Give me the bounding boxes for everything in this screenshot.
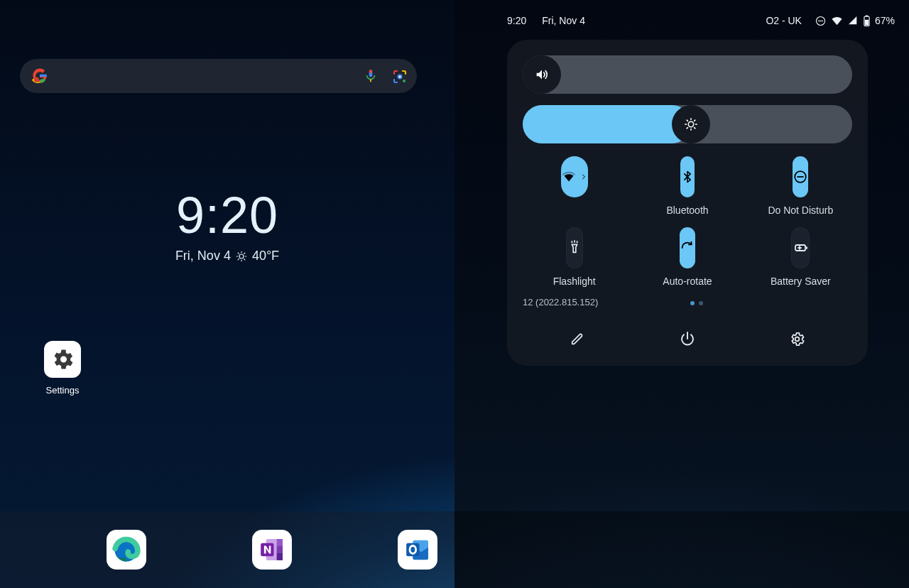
google-search-bar[interactable] [20,59,417,93]
clock-widget[interactable]: 9:20 Fri, Nov 4 40°F [0,186,454,263]
dnd-status-icon [815,15,827,27]
voice-search-icon[interactable] [363,68,379,84]
svg-point-3 [403,80,405,82]
battery-status-icon [863,15,871,27]
android-version: 12 (2022.815.152) [523,297,598,307]
qs-tile-label-autorotate: Auto-rotate [663,276,712,288]
quick-settings-screen: 9:20 Fri, Nov 4 O2 - UK 67% [454,0,909,588]
qs-tile-autorotate[interactable] [680,227,695,268]
qs-tile-flashlight[interactable] [566,227,583,268]
app-icon-settings[interactable]: Settings [44,341,81,396]
svg-point-5 [398,75,401,77]
svg-rect-18 [866,15,868,16]
qs-tile-label-batterysaver: Battery Saver [771,276,831,288]
volume-icon [523,55,561,94]
battery-percentage: 67% [875,15,895,26]
svg-rect-10 [277,546,283,553]
svg-rect-9 [277,539,283,546]
dock-icon-edge[interactable] [107,530,146,570]
svg-point-20 [688,121,693,126]
brightness-slider[interactable] [523,105,852,143]
google-logo-icon [30,66,50,86]
app-label: Settings [44,385,81,396]
svg-point-6 [239,254,244,258]
qs-tile-batterysaver[interactable] [791,227,810,268]
svg-point-2 [369,70,373,73]
settings-gear-icon [44,341,81,378]
qs-tile-dnd[interactable] [793,156,808,197]
svg-rect-19 [865,19,869,25]
edit-tiles-button[interactable] [563,325,592,353]
clock-date: Fri, Nov 4 [175,249,231,263]
status-carrier: O2 - UK [766,15,802,26]
qs-tile-label-flashlight: Flashlight [553,276,596,288]
qs-tile-label-bluetooth: Bluetooth [666,205,708,217]
svg-point-23 [795,337,800,341]
dock [0,511,454,588]
status-bar: 9:20 Fri, Nov 4 O2 - UK 67% [454,13,909,28]
brightness-icon [672,105,710,143]
dock-icon-onenote[interactable] [252,530,292,570]
qs-tile-bluetooth[interactable] [680,156,695,197]
qs-tile-wifi[interactable] [561,156,588,197]
clock-time: 9:20 [0,186,454,244]
weather-sun-icon [235,250,248,263]
svg-point-0 [34,77,39,82]
wifi-status-icon [831,15,843,27]
qs-tile-label-dnd: Do Not Disturb [768,205,833,217]
page-indicator[interactable] [598,297,795,307]
status-time: 9:20 [507,15,526,26]
power-button[interactable] [673,325,702,353]
dock-icon-outlook[interactable] [398,530,437,570]
volume-slider[interactable] [523,55,852,94]
google-lens-icon[interactable] [391,68,407,84]
weather-temp: 40°F [252,249,279,263]
svg-rect-11 [277,553,283,560]
settings-button[interactable] [783,325,812,353]
bottom-blur-region [454,511,909,588]
signal-status-icon [847,15,859,26]
home-screen-left: 9:20 Fri, Nov 4 40°F Settings [0,0,454,588]
quick-settings-panel: BluetoothDo Not DisturbFlashlightAuto-ro… [507,40,868,366]
status-date: Fri, Nov 4 [542,15,585,26]
